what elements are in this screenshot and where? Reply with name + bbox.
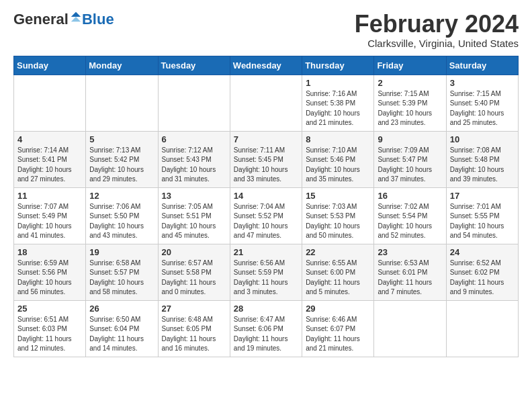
day-number: 5 [89, 134, 154, 144]
day-number: 23 [378, 247, 442, 257]
title-block: February 2024 Clarksville, Virginia, Uni… [355, 11, 519, 49]
weekday-header-thursday: Thursday [302, 56, 374, 75]
svg-marker-1 [71, 17, 81, 21]
day-info: Sunrise: 7:15 AMSunset: 5:40 PMDaylight:… [450, 89, 515, 128]
weekday-header-sunday: Sunday [14, 56, 86, 75]
calendar-cell [446, 300, 518, 357]
day-info: Sunrise: 7:04 AMSunset: 5:52 PMDaylight:… [234, 202, 298, 241]
day-info: Sunrise: 6:50 AMSunset: 6:04 PMDaylight:… [89, 315, 154, 354]
calendar-cell: 2Sunrise: 7:15 AMSunset: 5:39 PMDaylight… [374, 75, 446, 131]
day-number: 2 [378, 78, 442, 88]
calendar-cell: 16Sunrise: 7:02 AMSunset: 5:54 PMDayligh… [374, 187, 446, 244]
day-number: 25 [17, 304, 82, 314]
calendar-cell: 13Sunrise: 7:05 AMSunset: 5:51 PMDayligh… [158, 187, 230, 244]
weekday-header-saturday: Saturday [446, 56, 518, 75]
day-info: Sunrise: 7:02 AMSunset: 5:54 PMDaylight:… [378, 202, 442, 241]
weekday-header-row: SundayMondayTuesdayWednesdayThursdayFrid… [14, 56, 519, 75]
day-info: Sunrise: 7:08 AMSunset: 5:48 PMDaylight:… [450, 146, 515, 185]
day-number: 9 [378, 134, 442, 144]
day-info: Sunrise: 7:11 AMSunset: 5:45 PMDaylight:… [234, 146, 298, 185]
calendar-cell: 28Sunrise: 6:47 AMSunset: 6:06 PMDayligh… [230, 300, 302, 357]
day-info: Sunrise: 7:14 AMSunset: 5:41 PMDaylight:… [17, 146, 82, 185]
day-info: Sunrise: 6:53 AMSunset: 6:01 PMDaylight:… [378, 259, 442, 298]
calendar-cell: 17Sunrise: 7:01 AMSunset: 5:55 PMDayligh… [446, 187, 518, 244]
calendar-cell: 20Sunrise: 6:57 AMSunset: 5:58 PMDayligh… [158, 244, 230, 300]
day-info: Sunrise: 7:10 AMSunset: 5:46 PMDaylight:… [306, 146, 370, 185]
day-info: Sunrise: 7:01 AMSunset: 5:55 PMDaylight:… [450, 202, 515, 241]
day-number: 17 [450, 191, 515, 201]
weekday-header-friday: Friday [374, 56, 446, 75]
calendar-cell: 14Sunrise: 7:04 AMSunset: 5:52 PMDayligh… [230, 187, 302, 244]
calendar-cell: 25Sunrise: 6:51 AMSunset: 6:03 PMDayligh… [14, 300, 86, 357]
weekday-header-tuesday: Tuesday [158, 56, 230, 75]
calendar-cell: 29Sunrise: 6:46 AMSunset: 6:07 PMDayligh… [302, 300, 374, 357]
day-info: Sunrise: 7:13 AMSunset: 5:42 PMDaylight:… [89, 146, 154, 185]
calendar-cell: 22Sunrise: 6:55 AMSunset: 6:00 PMDayligh… [302, 244, 374, 300]
calendar-cell: 3Sunrise: 7:15 AMSunset: 5:40 PMDaylight… [446, 75, 518, 131]
day-number: 18 [17, 247, 82, 257]
day-info: Sunrise: 7:06 AMSunset: 5:50 PMDaylight:… [89, 202, 154, 241]
day-number: 22 [306, 247, 370, 257]
day-info: Sunrise: 7:12 AMSunset: 5:43 PMDaylight:… [162, 146, 226, 185]
calendar-cell [374, 300, 446, 357]
day-number: 4 [17, 134, 82, 144]
day-number: 15 [306, 191, 370, 201]
month-title: February 2024 [355, 11, 519, 38]
day-number: 1 [306, 78, 370, 88]
calendar-cell [86, 75, 158, 131]
day-info: Sunrise: 7:07 AMSunset: 5:49 PMDaylight:… [17, 202, 82, 241]
calendar-cell: 18Sunrise: 6:59 AMSunset: 5:56 PMDayligh… [14, 244, 86, 300]
day-number: 6 [162, 134, 226, 144]
day-number: 24 [450, 247, 515, 257]
calendar-cell: 26Sunrise: 6:50 AMSunset: 6:04 PMDayligh… [86, 300, 158, 357]
logo-general: General [13, 11, 69, 28]
page-header: General Blue February 2024 Clarksville, … [13, 11, 519, 49]
day-number: 11 [17, 191, 82, 201]
calendar-cell: 7Sunrise: 7:11 AMSunset: 5:45 PMDaylight… [230, 131, 302, 187]
day-info: Sunrise: 7:16 AMSunset: 5:38 PMDaylight:… [306, 89, 370, 128]
calendar-cell [230, 75, 302, 131]
day-number: 12 [89, 191, 154, 201]
day-number: 29 [306, 304, 370, 314]
calendar-cell: 6Sunrise: 7:12 AMSunset: 5:43 PMDaylight… [158, 131, 230, 187]
day-info: Sunrise: 7:05 AMSunset: 5:51 PMDaylight:… [162, 202, 226, 241]
day-number: 7 [234, 134, 298, 144]
day-info: Sunrise: 7:09 AMSunset: 5:47 PMDaylight:… [378, 146, 442, 185]
day-number: 14 [234, 191, 298, 201]
day-info: Sunrise: 6:57 AMSunset: 5:58 PMDaylight:… [162, 259, 226, 298]
location: Clarksville, Virginia, United States [355, 38, 519, 49]
day-number: 19 [89, 247, 154, 257]
calendar-week-4: 18Sunrise: 6:59 AMSunset: 5:56 PMDayligh… [14, 244, 519, 300]
weekday-header-monday: Monday [86, 56, 158, 75]
calendar-cell: 21Sunrise: 6:56 AMSunset: 5:59 PMDayligh… [230, 244, 302, 300]
day-info: Sunrise: 6:46 AMSunset: 6:07 PMDaylight:… [306, 315, 370, 354]
calendar-cell: 15Sunrise: 7:03 AMSunset: 5:53 PMDayligh… [302, 187, 374, 244]
day-number: 16 [378, 191, 442, 201]
calendar-cell [158, 75, 230, 131]
day-info: Sunrise: 6:58 AMSunset: 5:57 PMDaylight:… [89, 259, 154, 298]
day-number: 26 [89, 304, 154, 314]
calendar-cell: 12Sunrise: 7:06 AMSunset: 5:50 PMDayligh… [86, 187, 158, 244]
calendar-cell: 11Sunrise: 7:07 AMSunset: 5:49 PMDayligh… [14, 187, 86, 244]
day-info: Sunrise: 6:52 AMSunset: 6:02 PMDaylight:… [450, 259, 515, 298]
day-info: Sunrise: 6:56 AMSunset: 5:59 PMDaylight:… [234, 259, 298, 298]
logo-icon [70, 11, 82, 23]
calendar-cell: 19Sunrise: 6:58 AMSunset: 5:57 PMDayligh… [86, 244, 158, 300]
calendar-cell: 5Sunrise: 7:13 AMSunset: 5:42 PMDaylight… [86, 131, 158, 187]
day-info: Sunrise: 6:51 AMSunset: 6:03 PMDaylight:… [17, 315, 82, 354]
day-number: 8 [306, 134, 370, 144]
calendar-week-3: 11Sunrise: 7:07 AMSunset: 5:49 PMDayligh… [14, 187, 519, 244]
day-number: 3 [450, 78, 515, 88]
calendar-cell: 10Sunrise: 7:08 AMSunset: 5:48 PMDayligh… [446, 131, 518, 187]
day-number: 10 [450, 134, 515, 144]
day-info: Sunrise: 6:59 AMSunset: 5:56 PMDaylight:… [17, 259, 82, 298]
calendar-week-2: 4Sunrise: 7:14 AMSunset: 5:41 PMDaylight… [14, 131, 519, 187]
calendar-week-5: 25Sunrise: 6:51 AMSunset: 6:03 PMDayligh… [14, 300, 519, 357]
calendar-cell: 23Sunrise: 6:53 AMSunset: 6:01 PMDayligh… [374, 244, 446, 300]
calendar-cell: 1Sunrise: 7:16 AMSunset: 5:38 PMDaylight… [302, 75, 374, 131]
calendar-cell: 8Sunrise: 7:10 AMSunset: 5:46 PMDaylight… [302, 131, 374, 187]
weekday-header-wednesday: Wednesday [230, 56, 302, 75]
calendar-cell [14, 75, 86, 131]
day-info: Sunrise: 6:47 AMSunset: 6:06 PMDaylight:… [234, 315, 298, 354]
svg-marker-0 [71, 12, 81, 17]
